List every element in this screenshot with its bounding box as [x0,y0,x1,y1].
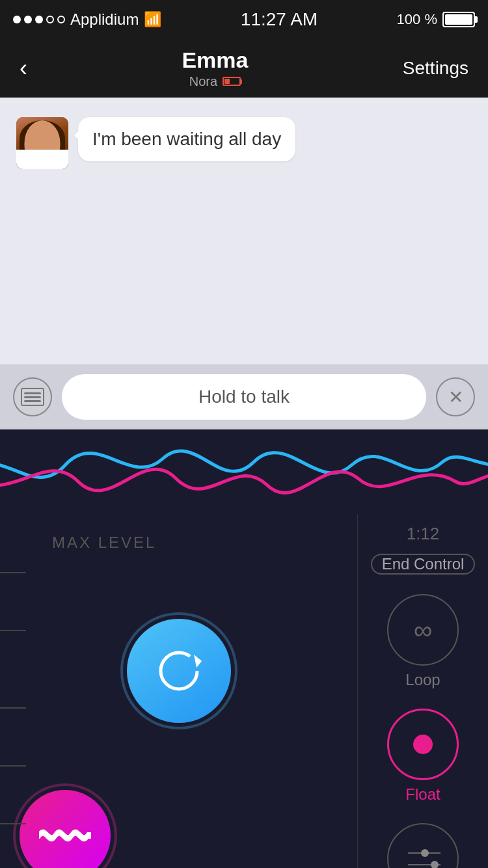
status-left: Applidium 📶 [13,10,161,29]
level-line-2 [0,630,26,631]
emoji-button[interactable] [13,377,52,416]
battery-mini [223,77,241,86]
nav-bar: ‹ Emma Nora Settings [0,39,488,98]
timer-display: 1:12 [407,524,440,544]
loop-label: Loop [405,671,440,689]
battery-icon [442,12,475,27]
battery-fill [445,14,472,25]
control-left: MAX LEVEL [0,514,358,868]
chat-area: I'm been waiting all day [0,98,488,364]
message-text: I'm been waiting all day [92,129,281,149]
nav-center: Emma Nora [27,47,403,89]
avatar-image [16,117,68,169]
emoji-icon [21,388,44,406]
svg-marker-1 [194,655,202,668]
contact-name: Emma [27,47,403,73]
status-time: 11:27 AM [241,9,318,30]
float-label: Float [405,785,440,804]
signal-dot-3 [35,16,43,23]
signal-dot-4 [46,16,54,23]
level-line-4 [0,765,26,766]
control-right: 1:12 End Control ∞ Loop Float [358,514,488,868]
close-button[interactable]: ✕ [436,377,475,416]
nav-subtitle: Nora [27,74,403,89]
loop-button[interactable]: ∞ [387,594,459,666]
svg-point-0 [161,653,197,689]
signal-dot-2 [24,16,32,23]
loop-group: ∞ Loop [358,594,488,689]
subtitle-text: Nora [189,74,217,89]
battery-mini-bar [223,77,241,86]
settings-button[interactable]: Settings [403,58,468,79]
level-line-3 [0,707,26,709]
message-row: I'm been waiting all day [16,117,472,169]
max-level-label: MAX LEVEL [20,534,156,552]
carrier-name: Applidium [70,10,139,29]
float-group: Float [358,709,488,804]
wave-svg [0,429,488,514]
wifi-icon: 📶 [144,11,161,28]
signal-dot-5 [57,16,65,23]
avatar-body [16,150,68,169]
float-button[interactable] [387,709,459,780]
control-panel: MAX LEVEL 1:12 End Control ∞ Loo [0,514,488,868]
signal-dot-1 [13,16,21,23]
battery-mini-fill [224,79,230,84]
message-bubble: I'm been waiting all day [78,117,295,161]
sliders-icon [408,849,439,868]
level-line-1 [0,572,26,573]
main-control-button[interactable] [127,619,231,723]
traditional-group: Traditional Panel [358,823,488,868]
input-area: Hold to talk ✕ [0,364,488,429]
rotate-icon [156,648,202,694]
status-right: 100 % [397,11,475,28]
battery-container [442,12,475,27]
back-button[interactable]: ‹ [20,55,27,82]
hold-to-talk-button[interactable]: Hold to talk [62,374,426,420]
avatar [16,117,68,169]
battery-percent: 100 % [397,11,437,28]
bottom-wave-button[interactable] [20,790,111,868]
signal-dots [13,16,65,23]
end-control-button[interactable]: End Control [371,554,475,575]
infinity-icon: ∞ [414,616,433,645]
traditional-panel-button[interactable] [387,823,459,868]
status-bar: Applidium 📶 11:27 AM 100 % [0,0,488,39]
wave-icon [39,822,91,848]
float-dot [413,735,433,754]
wave-visualizer [0,429,488,514]
